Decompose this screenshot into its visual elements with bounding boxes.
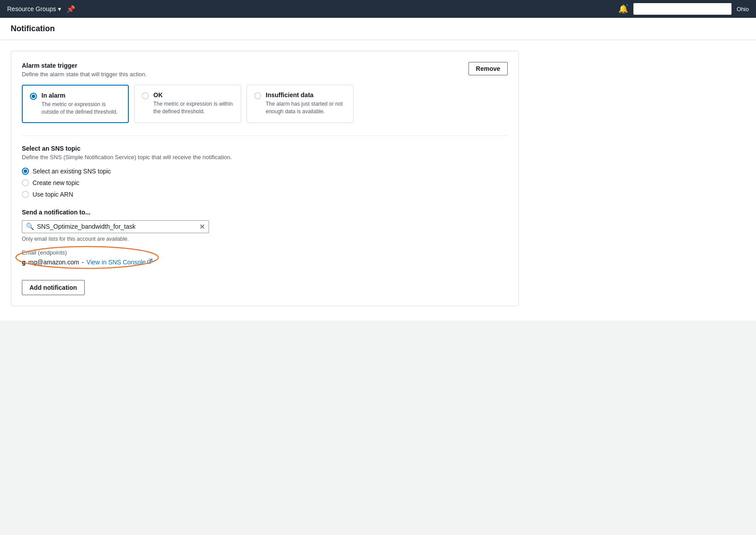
page-title: Notification xyxy=(11,24,745,33)
ok-label: OK xyxy=(153,91,234,99)
email-endpoints-label: Email (endpoints) xyxy=(22,249,152,256)
radio-new-topic xyxy=(22,179,29,186)
insufficient-data-label: Insufficient data xyxy=(266,91,346,99)
clear-icon[interactable]: ✕ xyxy=(199,222,205,231)
notification-panel: Remove Alarm state trigger Define the al… xyxy=(11,51,519,306)
remove-button[interactable]: Remove xyxy=(468,62,508,75)
search-icon: 🔍 xyxy=(26,222,34,230)
email-visible: mg@amazon.com xyxy=(29,259,79,266)
alarm-state-section: Alarm state trigger Define the alarm sta… xyxy=(22,62,508,123)
alarm-state-desc: Define the alarm state that will trigger… xyxy=(22,71,508,78)
alarm-state-options: In alarm The metric or expression is out… xyxy=(22,85,508,123)
view-sns-text: View in SNS Console xyxy=(86,259,146,266)
existing-sns-label: Select an existing SNS topic xyxy=(33,168,111,175)
arn-label: Use topic ARN xyxy=(33,191,73,198)
resource-groups-menu[interactable]: Resource Groups ▾ xyxy=(7,5,61,12)
send-notification-section: Send a notification to... 🔍 ✕ Only email… xyxy=(22,209,508,242)
view-sns-link[interactable]: View in SNS Console xyxy=(86,259,152,266)
alarm-option-ok[interactable]: OK The metric or expression is within th… xyxy=(134,85,241,123)
in-alarm-desc: The metric or expression is outside of t… xyxy=(41,101,121,116)
insufficient-data-desc: The alarm has just started or not enough… xyxy=(266,100,346,115)
sns-search-wrapper: 🔍 ✕ xyxy=(22,220,209,233)
ok-desc: The metric or expression is within the d… xyxy=(153,100,234,115)
alarm-option-in-alarm[interactable]: In alarm The metric or expression is out… xyxy=(22,85,129,123)
top-navigation: Resource Groups ▾ 📌 🔔 Ohio xyxy=(0,0,756,18)
sns-topic-input[interactable] xyxy=(37,223,197,230)
sns-section: Select an SNS topic Define the SNS (Simp… xyxy=(22,145,508,198)
external-link-icon xyxy=(147,259,152,265)
new-topic-label: Create new topic xyxy=(33,179,79,186)
alarm-option-insufficient-data[interactable]: Insufficient data The alarm has just sta… xyxy=(247,85,353,123)
radio-existing-sns xyxy=(22,168,29,175)
notifications-bell[interactable]: 🔔 xyxy=(618,4,628,14)
main-content: Remove Alarm state trigger Define the al… xyxy=(0,40,756,321)
sns-option-arn[interactable]: Use topic ARN xyxy=(22,191,508,198)
sns-option-existing[interactable]: Select an existing SNS topic xyxy=(22,168,508,175)
radio-ok xyxy=(142,92,149,99)
notification-dot xyxy=(625,3,629,7)
in-alarm-label: In alarm xyxy=(41,92,121,99)
send-notification-title: Send a notification to... xyxy=(22,209,508,216)
region-label: Ohio xyxy=(737,6,749,12)
email-endpoint-row: g mg@amazon.com - View in SNS Console xyxy=(22,259,152,266)
divider-1 xyxy=(22,136,508,136)
alarm-state-title: Alarm state trigger xyxy=(22,62,508,69)
input-hint: Only email lists for this account are av… xyxy=(22,236,508,242)
sns-title: Select an SNS topic xyxy=(22,145,508,152)
email-endpoints-container: Email (endpoints) g mg@amazon.com - View… xyxy=(22,249,152,266)
section-header: Notification xyxy=(0,18,756,40)
chevron-down-icon: ▾ xyxy=(58,5,61,12)
sns-desc: Define the SNS (Simple Notification Serv… xyxy=(22,154,508,160)
email-separator: - xyxy=(82,259,84,266)
pin-icon[interactable]: 📌 xyxy=(66,5,75,13)
sns-option-new[interactable]: Create new topic xyxy=(22,179,508,186)
resource-groups-label: Resource Groups xyxy=(7,5,56,12)
radio-in-alarm xyxy=(30,93,37,100)
search-input[interactable] xyxy=(633,3,731,15)
radio-insufficient-data xyxy=(254,92,261,99)
email-redacted: g xyxy=(22,259,26,266)
add-notification-button[interactable]: Add notification xyxy=(22,280,85,295)
radio-arn xyxy=(22,191,29,198)
